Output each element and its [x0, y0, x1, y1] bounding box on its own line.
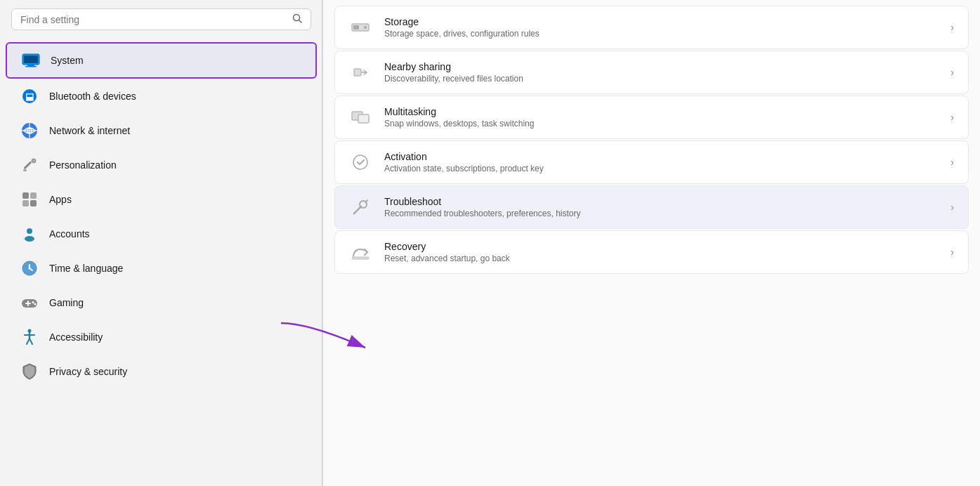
search-input[interactable] [20, 14, 287, 25]
sidebar-item-accounts[interactable]: Accounts [6, 217, 317, 251]
sidebar-item-gaming[interactable]: Gaming [6, 286, 317, 320]
svg-rect-12 [23, 161, 32, 169]
storage-title: Storage [384, 16, 938, 27]
recovery-title: Recovery [384, 241, 938, 252]
sidebar-item-time[interactable]: Time & language [6, 251, 317, 285]
multitasking-subtitle: Snap windows, desktops, task switching [384, 119, 938, 129]
svg-point-43 [353, 155, 367, 169]
nav-list: System ⬓ Bluetooth & devices [0, 39, 322, 486]
multitasking-text: Multitasking Snap windows, desktops, tas… [384, 106, 938, 129]
multitasking-chevron: › [950, 112, 954, 123]
activation-title: Activation [384, 151, 938, 162]
sidebar-item-system-label: System [51, 55, 84, 66]
troubleshoot-subtitle: Recommended troubleshooters, preferences… [384, 209, 938, 218]
svg-rect-5 [25, 66, 37, 67]
nearby-icon [349, 61, 372, 84]
search-icon [292, 13, 302, 25]
nearby-chevron: › [950, 67, 954, 78]
settings-item-activation[interactable]: Activation Activation state, subscriptio… [334, 140, 969, 184]
svg-line-1 [299, 20, 302, 23]
svg-rect-3 [24, 55, 38, 63]
sidebar-item-privacy-label: Privacy & security [49, 366, 127, 377]
sidebar-item-network[interactable]: Network & internet [6, 114, 317, 147]
svg-rect-4 [27, 65, 34, 66]
svg-rect-14 [23, 169, 27, 171]
sidebar-divider [322, 0, 322, 486]
settings-item-troubleshoot[interactable]: Troubleshoot Recommended troubleshooters… [334, 185, 969, 229]
svg-rect-42 [358, 114, 369, 123]
svg-rect-15 [22, 192, 29, 199]
storage-text: Storage Storage space, drives, configura… [384, 16, 938, 39]
svg-line-44 [354, 206, 361, 214]
svg-point-20 [25, 236, 34, 242]
storage-subtitle: Storage space, drives, configuration rul… [384, 29, 938, 39]
troubleshoot-title: Troubleshoot [384, 196, 938, 207]
accessibility-icon [20, 327, 39, 347]
multitasking-icon [349, 106, 372, 129]
svg-rect-47 [352, 257, 369, 259]
activation-icon [349, 151, 372, 173]
sidebar-item-bluetooth-label: Bluetooth & devices [49, 91, 136, 102]
storage-icon [349, 16, 372, 39]
svg-line-34 [30, 339, 32, 344]
nearby-text: Nearby sharing Discoverability, received… [384, 61, 938, 84]
settings-item-nearby[interactable]: Nearby sharing Discoverability, received… [334, 51, 969, 94]
apps-icon [20, 190, 39, 209]
nearby-subtitle: Discoverability, received files location [384, 74, 938, 84]
svg-line-46 [365, 200, 367, 202]
recovery-icon [349, 241, 372, 263]
sidebar-item-system[interactable]: System [6, 42, 317, 79]
svg-point-38 [364, 26, 367, 29]
sidebar-item-personalization-label: Personalization [49, 159, 117, 171]
nearby-title: Nearby sharing [384, 61, 938, 72]
sidebar-item-apps-label: Apps [49, 194, 72, 205]
troubleshoot-icon [349, 196, 372, 218]
svg-rect-37 [353, 25, 359, 29]
recovery-text: Recovery Reset, advanced startup, go bac… [384, 241, 938, 263]
activation-subtitle: Activation state, subscriptions, product… [384, 164, 938, 173]
sidebar-item-time-label: Time & language [49, 263, 123, 274]
gaming-icon [20, 293, 39, 313]
sidebar-item-accounts-label: Accounts [49, 228, 90, 239]
search-container [0, 0, 322, 39]
svg-point-19 [27, 228, 32, 234]
multitasking-title: Multitasking [384, 106, 938, 117]
svg-rect-17 [22, 200, 29, 206]
sidebar-item-gaming-label: Gaming [49, 297, 84, 308]
svg-line-33 [27, 339, 30, 344]
sidebar-item-accessibility[interactable]: Accessibility [6, 320, 317, 354]
svg-rect-16 [30, 192, 37, 199]
personalization-icon [20, 155, 39, 175]
time-icon [20, 258, 39, 278]
svg-text:⬓: ⬓ [25, 91, 34, 102]
recovery-chevron: › [950, 247, 954, 258]
activation-chevron: › [950, 157, 954, 168]
troubleshoot-chevron: › [950, 202, 954, 213]
network-icon [20, 121, 39, 140]
sidebar-item-personalization[interactable]: Personalization [6, 148, 317, 182]
main-content: Storage Storage space, drives, configura… [323, 0, 980, 486]
svg-point-24 [29, 268, 31, 270]
accounts-icon [20, 224, 39, 244]
settings-item-recovery[interactable]: Recovery Reset, advanced startup, go bac… [334, 230, 969, 274]
privacy-icon [20, 362, 39, 381]
svg-point-28 [32, 301, 34, 303]
settings-item-multitasking[interactable]: Multitasking Snap windows, desktops, tas… [334, 96, 969, 139]
svg-rect-39 [354, 69, 361, 76]
sidebar-item-network-label: Network & internet [49, 125, 130, 136]
svg-point-13 [32, 159, 36, 163]
settings-item-storage[interactable]: Storage Storage space, drives, configura… [334, 6, 969, 49]
settings-list: Storage Storage space, drives, configura… [334, 6, 969, 274]
sidebar-item-privacy[interactable]: Privacy & security [6, 355, 317, 388]
recovery-subtitle: Reset, advanced startup, go back [384, 254, 938, 263]
sidebar-item-accessibility-label: Accessibility [49, 331, 103, 343]
search-box[interactable] [11, 8, 311, 30]
svg-point-29 [34, 303, 37, 306]
bluetooth-icon: ⬓ [20, 86, 39, 106]
sidebar: System ⬓ Bluetooth & devices [0, 0, 323, 486]
sidebar-item-apps[interactable]: Apps [6, 183, 317, 216]
system-icon [21, 51, 41, 70]
storage-chevron: › [950, 22, 954, 33]
svg-rect-18 [30, 200, 37, 206]
sidebar-item-bluetooth[interactable]: ⬓ Bluetooth & devices [6, 79, 317, 113]
